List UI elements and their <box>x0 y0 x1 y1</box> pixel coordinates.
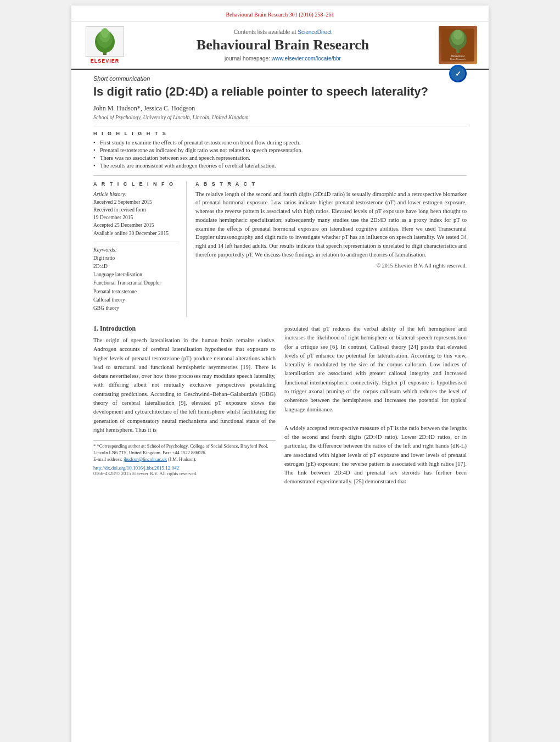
svg-rect-9 <box>456 47 460 53</box>
keywords-group: Keywords: Digit ratio 2D:4D Language lat… <box>93 247 180 313</box>
elsevier-label-text: ELSEVIER <box>91 58 120 64</box>
article-info-abstract: A R T I C L E I N F O Article history: R… <box>93 175 467 317</box>
header: ELSEVIER Contents lists available at Sci… <box>71 21 489 70</box>
footnote-section: * *Corresponding author at: School of Ps… <box>93 440 276 476</box>
keyword-3: Language lateralisation <box>93 271 180 279</box>
svg-text:✓: ✓ <box>455 70 461 78</box>
article-history: Article history: Received 2 September 20… <box>93 191 180 237</box>
issn-text: 0166-4328/© 2015 Elsevier B.V. All right… <box>93 471 276 476</box>
article-info-label: A R T I C L E I N F O <box>93 181 180 187</box>
divider-info <box>93 242 180 242</box>
crossmark-icon: ✓ <box>449 65 467 82</box>
article-title: Is digit ratio (2D:4D) a reliable pointe… <box>93 84 444 100</box>
footnote-email: E-mail address: jhudson@lincoln.ac.uk (J… <box>93 456 276 463</box>
highlight-item: There was no association between sex and… <box>93 155 467 161</box>
highlights-section: H I G H L I G H T S First study to exami… <box>93 131 467 169</box>
journal-title: Behavioural Brain Research <box>135 37 430 53</box>
article-content: Short communication Is digit ratio (2D:4… <box>71 70 489 498</box>
authors: John M. Hudson*, Jessica C. Hodgson <box>93 104 467 113</box>
copyright-text: © 2015 Elsevier B.V. All rights reserved… <box>195 263 467 269</box>
homepage-link[interactable]: www.elsevier.com/locate/bbr <box>272 55 341 62</box>
abstract-col: A B S T R A C T The relative length of t… <box>195 181 467 317</box>
affiliation: School of Psychology, University of Linc… <box>93 114 467 120</box>
header-right: Behavioural Brain Research <box>436 26 480 64</box>
footnote-corresponding: * *Corresponding author at: School of Ps… <box>93 443 276 456</box>
abstract-label: A B S T R A C T <box>195 181 467 187</box>
sciencedirect-link[interactable]: ScienceDirect <box>298 29 332 35</box>
elsevier-logo: ELSEVIER <box>80 26 130 64</box>
keyword-5: Prenatal testosterone <box>93 288 180 296</box>
highlights-label: H I G H L I G H T S <box>93 131 467 136</box>
revised-text: Received in revised form <box>93 206 180 214</box>
elsevier-logo-section: ELSEVIER <box>80 26 130 64</box>
revised-date: 19 December 2015 <box>93 214 180 221</box>
email-link[interactable]: jhudson@lincoln.ac.uk <box>124 456 167 462</box>
intro-title: 1. Introduction <box>93 325 276 333</box>
highlight-item: The results are inconsistent with androg… <box>93 163 467 169</box>
svg-point-8 <box>453 30 462 40</box>
intro-text-col2-para2: A widely accepted retrospective measure … <box>284 424 467 487</box>
header-center: Contents lists available at ScienceDirec… <box>130 29 436 62</box>
body-col-right: postulated that pT reduces the verbal ab… <box>284 325 467 487</box>
short-comm-label: Short communication <box>93 75 467 82</box>
keyword-2: 2D:4D <box>93 263 180 271</box>
intro-text-col1: The origin of speech lateralisation in t… <box>93 336 276 434</box>
highlight-item: First study to examine the effects of pr… <box>93 140 467 146</box>
journal-link-bar: Behavioural Brain Research 301 (2016) 25… <box>71 5 489 21</box>
intro-text-col2: postulated that pT reduces the verbal ab… <box>284 325 467 414</box>
received-text: Received 2 September 2015 <box>93 198 180 206</box>
elsevier-tree-icon <box>86 26 124 57</box>
article-history-label: Article history: <box>93 191 180 197</box>
available-text: Available online 30 December 2015 <box>93 230 180 237</box>
keyword-1: Digit ratio <box>93 254 180 263</box>
body-col-left: 1. Introduction The origin of speech lat… <box>93 325 276 487</box>
keywords-label: Keywords: <box>93 247 180 253</box>
abstract-text: The relative length of the second and fo… <box>195 190 467 259</box>
journal-logo-box: Behavioural Brain Research <box>439 26 477 64</box>
article-info-col: A R T I C L E I N F O Article history: R… <box>93 181 187 317</box>
accepted-text: Accepted 25 December 2015 <box>93 221 180 229</box>
journal-citation-link[interactable]: Behavioural Brain Research 301 (2016) 25… <box>226 12 334 18</box>
highlight-item: Prenatal testosterone as indicated by di… <box>93 147 467 153</box>
journal-homepage: journal homepage: www.elsevier.com/locat… <box>135 55 430 62</box>
body-section: 1. Introduction The origin of speech lat… <box>93 325 467 487</box>
keyword-7: GBG theory <box>93 304 180 313</box>
divider-1 <box>93 126 467 126</box>
svg-point-4 <box>101 28 109 38</box>
contents-line: Contents lists available at ScienceDirec… <box>135 29 430 35</box>
page: Behavioural Brain Research 301 (2016) 25… <box>71 5 489 742</box>
svg-text:Brain Research: Brain Research <box>450 58 466 60</box>
keyword-4: Functional Transcranial Doppler <box>93 279 180 287</box>
doi-text[interactable]: http://dx.doi.org/10.1016/j.bbr.2015.12.… <box>93 465 276 471</box>
keyword-6: Callosal theory <box>93 296 180 304</box>
